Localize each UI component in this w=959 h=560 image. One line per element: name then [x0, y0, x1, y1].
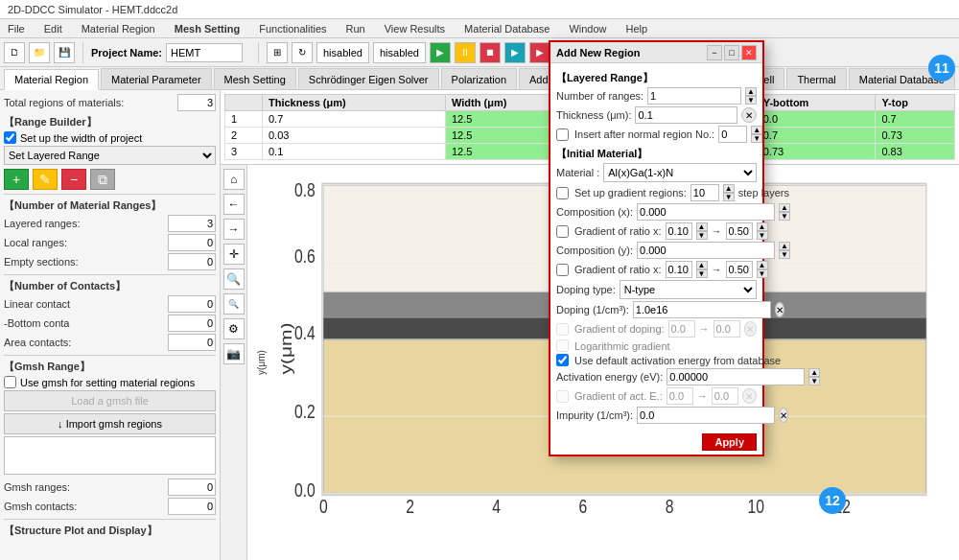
new-btn[interactable]: 🗋 [4, 42, 25, 63]
material-select[interactable]: Al(x)Ga(1-x)N [603, 163, 757, 182]
gradient-act-clear[interactable]: ✕ [742, 388, 757, 404]
gradient-act-from[interactable] [667, 387, 693, 405]
comp-x-up[interactable]: ▲ [779, 203, 790, 212]
area-contacts-input[interactable] [168, 334, 216, 351]
chart-save-btn[interactable]: 📷 [223, 343, 245, 364]
chart-pan-btn[interactable]: ✛ [223, 244, 245, 265]
save-btn[interactable]: 💾 [54, 42, 75, 63]
impurity-clear-btn[interactable]: ✕ [779, 408, 788, 423]
gradient-doping-checkbox[interactable] [556, 323, 569, 336]
menu-material-region[interactable]: Material Region [78, 21, 159, 36]
import-gmsh-btn[interactable]: ↓ Import gmsh regions [4, 413, 216, 434]
set-layered-range-select[interactable]: Set Layered Range [4, 146, 216, 165]
num-ranges-down[interactable]: ▼ [745, 96, 757, 105]
gradient-y-to-input[interactable] [726, 261, 753, 278]
doping-value-input[interactable] [633, 301, 771, 318]
act-energy-up[interactable]: ▲ [808, 368, 820, 377]
menu-functionalities[interactable]: Functionalities [255, 21, 330, 36]
num-ranges-up[interactable]: ▲ [745, 87, 757, 96]
refresh-btn[interactable]: ↻ [292, 42, 313, 63]
grad-x-to-down[interactable]: ▼ [757, 231, 768, 240]
load-gmsh-btn[interactable]: Load a gmsh file [4, 390, 216, 411]
gradient-x-to-input[interactable] [726, 222, 753, 240]
composition-x-input[interactable] [637, 203, 775, 221]
gradient-up[interactable]: ▲ [723, 184, 735, 193]
linear-contact-input[interactable] [168, 295, 216, 313]
grad-x-from-up[interactable]: ▲ [696, 222, 708, 231]
run3-btn[interactable]: ▶ [529, 42, 550, 63]
activation-energy-input[interactable] [667, 368, 805, 385]
stop-btn[interactable]: ⏹ [480, 42, 501, 63]
insert-after-down[interactable]: ▼ [751, 134, 762, 143]
grad-y-from-up[interactable]: ▲ [696, 261, 708, 269]
edit-range-btn[interactable]: ✎ [33, 169, 58, 190]
gmsh-ranges-input[interactable] [168, 478, 216, 496]
setup-gradient-checkbox[interactable] [556, 187, 569, 199]
grad-y-from-down[interactable]: ▼ [696, 269, 708, 278]
gradient-act-checkbox[interactable] [556, 390, 569, 403]
local-ranges-input[interactable] [168, 234, 216, 251]
comp-y-down[interactable]: ▼ [779, 250, 790, 259]
menu-edit[interactable]: Edit [40, 21, 66, 36]
delete-range-btn[interactable]: − [61, 169, 86, 190]
chart-zoom-btn[interactable]: 🔍 [223, 268, 245, 290]
chart-forward-btn[interactable]: → [223, 219, 245, 240]
total-regions-input[interactable] [177, 94, 216, 111]
copy-range-btn[interactable]: ⧉ [90, 169, 115, 190]
impurity-input[interactable] [637, 407, 775, 424]
tab-schrodinger[interactable]: Schrödinger Eigen Solver [298, 68, 439, 89]
insert-after-checkbox[interactable] [556, 128, 569, 141]
gradient-y-checkbox[interactable] [556, 264, 569, 276]
tab-thermal[interactable]: Thermal [786, 68, 846, 89]
pause-btn[interactable]: ⏸ [455, 42, 476, 63]
gradient-x-from-input[interactable] [666, 222, 692, 240]
thickness-input[interactable] [635, 106, 737, 124]
menu-help[interactable]: Help [622, 21, 652, 36]
modal-restore-btn[interactable]: □ [724, 45, 739, 60]
add-range-btn[interactable]: + [4, 169, 29, 190]
menu-material-database[interactable]: Material Database [460, 21, 553, 36]
gradient-down[interactable]: ▼ [723, 193, 735, 201]
gradient-act-to[interactable] [712, 387, 738, 405]
grad-y-to-up[interactable]: ▲ [757, 261, 768, 269]
act-energy-down[interactable]: ▼ [808, 377, 820, 385]
grid-btn[interactable]: ⊞ [267, 42, 288, 63]
chart-zoom2-btn[interactable]: 🔍 [223, 293, 245, 315]
use-gmsh-checkbox[interactable] [4, 376, 16, 388]
grad-x-from-down[interactable]: ▼ [696, 231, 708, 240]
gmsh-text-area[interactable] [4, 436, 216, 475]
project-name-input[interactable] [166, 43, 243, 62]
insert-after-up[interactable]: ▲ [751, 126, 762, 134]
chart-home-btn[interactable]: ⌂ [223, 169, 245, 190]
menu-run[interactable]: Run [342, 21, 369, 36]
gradient-doping-to[interactable] [713, 320, 740, 338]
grad-x-to-up[interactable]: ▲ [757, 222, 768, 231]
comp-y-up[interactable]: ▲ [779, 242, 790, 250]
menu-view-results[interactable]: View Results [381, 21, 449, 36]
empty-sections-input[interactable] [168, 253, 216, 270]
gradient-doping-from[interactable] [668, 320, 695, 338]
hisabled-btn1[interactable]: hisabled [316, 42, 369, 63]
gradient-doping-clear[interactable]: ✕ [744, 321, 757, 337]
comp-x-down[interactable]: ▼ [779, 212, 790, 221]
insert-after-input[interactable] [718, 126, 747, 143]
menu-file[interactable]: File [4, 21, 29, 36]
tab-polarization[interactable]: Polarization [441, 68, 517, 89]
menu-window[interactable]: Window [565, 21, 610, 36]
open-btn[interactable]: 📁 [29, 42, 50, 63]
chart-back-btn[interactable]: ← [223, 194, 245, 215]
gradient-x-checkbox[interactable] [556, 225, 569, 238]
tab-mesh-setting[interactable]: Mesh Setting [214, 68, 296, 89]
gmsh-contacts-input[interactable] [168, 498, 216, 515]
layered-ranges-input[interactable] [168, 215, 216, 232]
modal-minimize-btn[interactable]: − [707, 45, 722, 60]
setup-width-checkbox[interactable] [4, 131, 16, 144]
tab-material-parameter[interactable]: Material Parameter [101, 68, 212, 89]
run2-btn[interactable]: ▶ [504, 42, 526, 63]
menu-mesh-setting[interactable]: Mesh Setting [171, 21, 244, 36]
setup-gradient-input[interactable] [690, 184, 719, 201]
bottom-contact-input[interactable] [168, 315, 216, 332]
grad-y-to-down[interactable]: ▼ [757, 269, 768, 278]
log-gradient-checkbox[interactable] [556, 339, 569, 352]
chart-settings-btn[interactable]: ⚙ [223, 318, 245, 339]
